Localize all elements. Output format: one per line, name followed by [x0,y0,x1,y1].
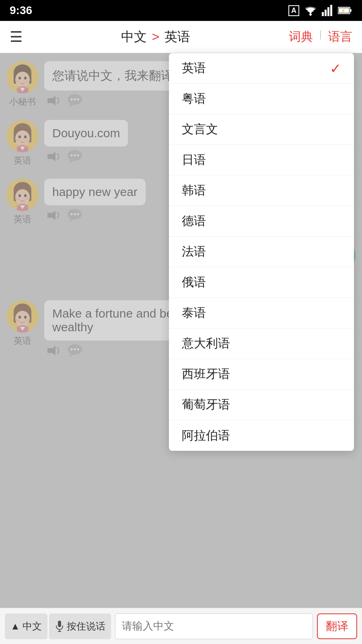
language-option-label: 泰语 [182,305,206,321]
checkmark-icon: ✓ [330,60,341,76]
svg-rect-5 [330,5,332,16]
arrow-up-icon: ▲ [10,621,20,632]
svg-rect-99 [58,621,61,627]
language-option-label: 韩语 [182,182,206,199]
language-selector-button[interactable]: ▲ 中文 [5,613,47,639]
language-option[interactable]: 法语 [169,237,354,267]
header-title: 中文 > 英语 [121,28,190,46]
language-option[interactable]: 韩语 [169,175,354,206]
language-option[interactable]: 文言文 [169,114,354,145]
status-bar: 9:36 A ⚡ [0,0,362,21]
language-option[interactable]: 日语 [169,145,354,175]
signal-icon [322,5,334,16]
mic-icon [55,621,64,632]
mic-label: 按住说话 [67,620,105,633]
battery-icon: ⚡ [338,6,352,15]
language-option[interactable]: 西班牙语 [169,359,354,390]
header: ☰ 中文 > 英语 词典 | 语言 [0,21,362,53]
language-option[interactable]: 英语✓ [169,53,354,84]
language-option[interactable]: 俄语 [169,267,354,298]
dictionary-button[interactable]: 词典 [289,29,313,45]
wifi-icon [303,5,318,16]
svg-rect-7 [350,9,352,12]
language-option-label: 葡萄牙语 [182,396,230,413]
language-option[interactable]: 葡萄牙语 [169,390,354,420]
language-option-label: 意大利语 [182,335,230,352]
language-dropdown: 英语✓粤语文言文日语韩语德语法语俄语泰语意大利语西班牙语葡萄牙语阿拉伯语 [169,53,354,451]
language-button[interactable]: 语言 [328,29,352,45]
svg-rect-3 [325,10,327,16]
language-option-label: 阿拉伯语 [182,427,230,444]
menu-icon[interactable]: ☰ [10,29,23,45]
svg-point-1 [309,13,312,16]
text-input[interactable] [115,613,313,639]
language-option-label: 西班牙语 [182,366,230,382]
status-icons: A ⚡ [288,5,352,16]
bottom-bar: ▲ 中文 按住说话 翻译 [0,608,362,644]
language-option[interactable]: 阿拉伯语 [169,420,354,451]
language-option-label: 德语 [182,213,206,229]
language-option-label: 文言文 [182,121,218,138]
svg-rect-2 [322,12,324,16]
header-actions: 词典 | 语言 [289,29,352,45]
status-time: 9:36 [10,4,32,17]
language-option[interactable]: 德语 [169,206,354,237]
mic-hold-button[interactable]: 按住说话 [49,613,111,639]
language-option-label: 俄语 [182,274,206,291]
svg-rect-4 [327,7,329,16]
language-option-label: 日语 [182,152,206,168]
language-option[interactable]: 意大利语 [169,328,354,359]
language-option-label: 粤语 [182,91,206,107]
language-option[interactable]: 粤语 [169,84,354,114]
language-option[interactable]: 泰语 [169,298,354,328]
language-option-label: 英语 [182,60,206,76]
language-option-label: 法语 [182,244,206,260]
svg-text:⚡: ⚡ [341,8,346,13]
translate-button[interactable]: 翻译 [317,613,357,639]
language-selector-label: 中文 [23,620,42,633]
keyboard-icon: A [288,5,299,16]
